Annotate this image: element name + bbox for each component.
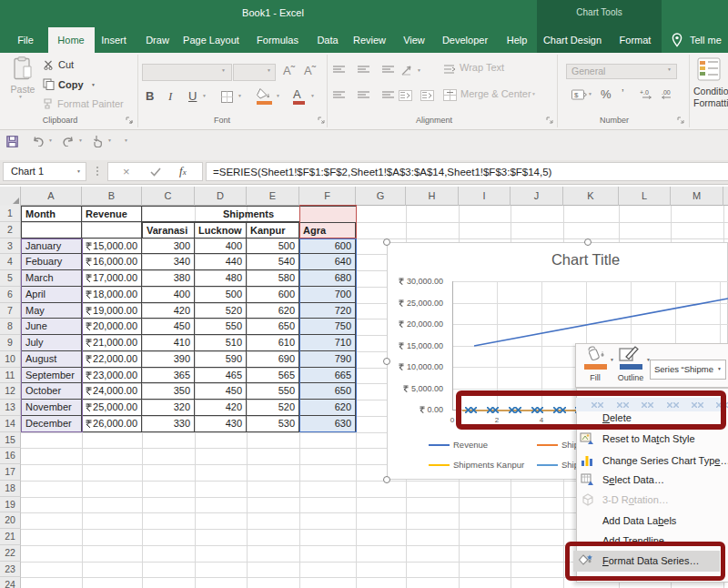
svg-text:$: $ bbox=[574, 91, 579, 99]
svg-text:.00: .00 bbox=[662, 89, 671, 96]
svg-text:+.0: +.0 bbox=[640, 89, 649, 96]
